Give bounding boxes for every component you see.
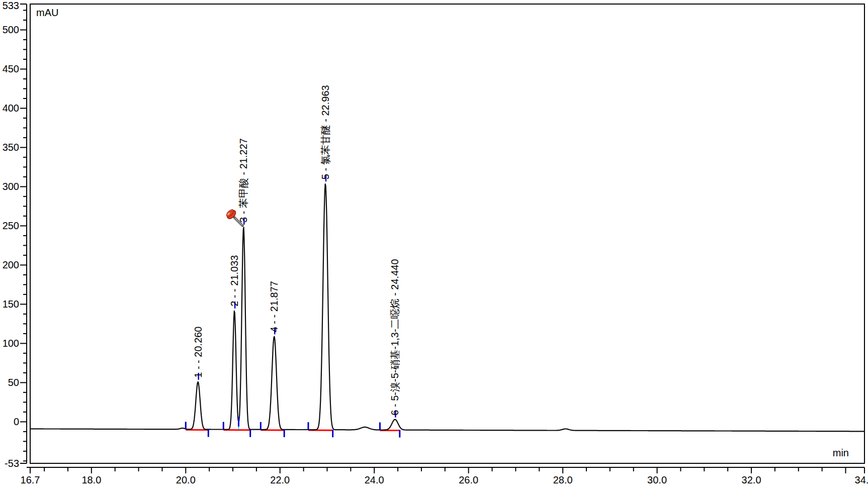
peak-labels: 1 - - 20.2602 - - 21.0333 - 苯甲酸 - 21.227… — [193, 85, 401, 417]
x-tick-label: 24.0 — [365, 474, 384, 485]
x-axis-unit-label: min — [833, 447, 849, 458]
y-tick-label: 533 — [3, 0, 19, 11]
chromatogram-canvas: 533500450400350300250200150100500-5316.7… — [0, 0, 868, 495]
y-tick-label: 100 — [3, 338, 19, 349]
x-tick-label: 34.4 — [855, 474, 868, 485]
axes: 533500450400350300250200150100500-5316.7… — [3, 0, 868, 485]
x-tick-label: 30.0 — [647, 474, 667, 485]
x-tick-label: 22.0 — [270, 474, 290, 485]
y-tick-label: 150 — [3, 299, 19, 310]
x-tick-label: 20.0 — [176, 474, 196, 485]
y-tick-label: 250 — [3, 220, 19, 231]
x-tick-label: 26.0 — [459, 474, 478, 485]
peak-label: 5 - 氯苯甘醚 - 22.963 — [320, 85, 331, 179]
x-tick-label: 28.0 — [553, 474, 573, 485]
y-tick-label: 200 — [3, 259, 19, 270]
peak-label: 4 - - 21.877 — [269, 281, 280, 332]
x-tick-label: 16.7 — [21, 474, 40, 485]
x-tick-label: 32.0 — [742, 474, 761, 485]
peak-label: 2 - - 21.033 — [229, 255, 240, 307]
y-axis-unit-label: mAU — [36, 7, 58, 18]
chromatogram-view: 533500450400350300250200150100500-5316.7… — [0, 0, 868, 495]
y-tick-label: 400 — [3, 103, 19, 114]
peak-label: 3 - 苯甲酸 - 21.227 — [238, 138, 249, 223]
y-tick-label: 350 — [3, 142, 19, 153]
x-tick-label: 18.0 — [81, 474, 101, 485]
peak-label: 1 - - 20.260 — [193, 326, 204, 377]
y-tick-label: 450 — [3, 63, 19, 74]
signal-trace — [30, 184, 864, 431]
peak-label: 6 - 5-溴-5-硝基-1,3-二噁烷 - 24.440 — [389, 259, 400, 415]
y-tick-label: 500 — [3, 24, 19, 35]
chromatogram-trace — [30, 184, 864, 431]
y-tick-label: 300 — [3, 181, 19, 192]
y-tick-label: 50 — [8, 377, 19, 388]
y-tick-label: 0 — [14, 416, 19, 427]
y-tick-label: -53 — [5, 458, 19, 469]
plot-border — [30, 4, 864, 463]
